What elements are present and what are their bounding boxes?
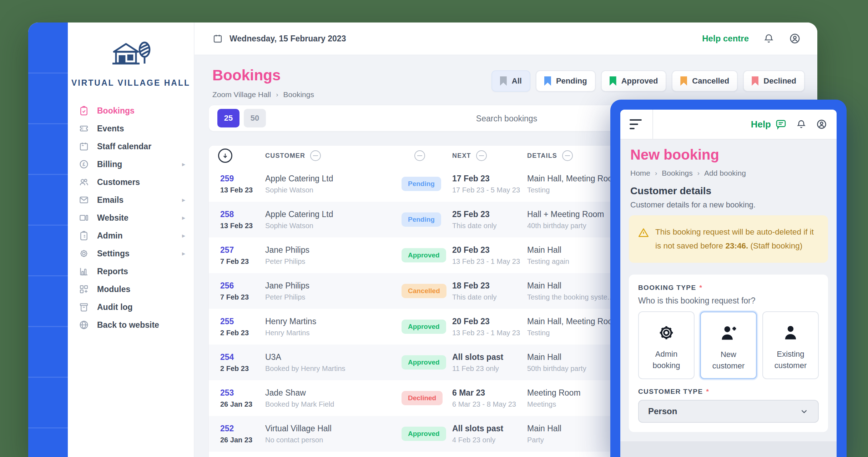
sidebar-item-audit-log[interactable]: Audit log	[68, 298, 194, 316]
booking-id[interactable]: 255	[220, 317, 263, 326]
collapse-column-icon[interactable]	[476, 150, 487, 161]
contact-name: Booked by Henry Martins	[265, 365, 408, 373]
sidebar-item-label: Staff calendar	[97, 142, 151, 151]
gear-icon	[79, 248, 89, 259]
filter-all-button[interactable]: All	[491, 70, 530, 92]
sidebar-item-admin[interactable]: Admin ▸	[68, 227, 194, 245]
booking-id[interactable]: 258	[220, 210, 263, 219]
menu-icon	[630, 128, 635, 129]
option-admin-booking[interactable]: Admin booking	[638, 311, 695, 379]
next-range: 17 Feb 23 - 5 May 23	[452, 186, 529, 194]
booking-id[interactable]: 259	[220, 174, 263, 184]
sidebar-item-events[interactable]: Events	[68, 120, 194, 137]
option-existing-customer[interactable]: Existing customer	[762, 311, 819, 379]
breadcrumb: Zoom Village Hall › Bookings	[212, 90, 314, 99]
booking-id[interactable]: 254	[220, 352, 263, 362]
section-heading: Customer details	[630, 185, 711, 197]
profile-icon[interactable]	[816, 119, 827, 130]
page-size-25-button[interactable]: 25	[217, 109, 239, 127]
person-plus-icon	[719, 324, 738, 342]
next-date: All slots past	[452, 424, 529, 433]
village-hall-logo-icon	[108, 40, 154, 72]
sidebar-item-label: Website	[97, 213, 128, 223]
filter-declined-button[interactable]: Declined	[743, 70, 805, 92]
chevron-right-icon: ▸	[182, 160, 185, 168]
help-link[interactable]: Help	[751, 119, 787, 130]
strip-gridline	[28, 225, 68, 226]
page-size-50-button[interactable]: 50	[244, 109, 266, 127]
mobile-breadcrumb: Home › Bookings › Add booking	[630, 169, 746, 177]
customer-name: U3A	[265, 352, 408, 362]
option-new-customer[interactable]: New customer	[700, 311, 757, 379]
sidebar-item-settings[interactable]: Settings ▸	[68, 245, 194, 262]
customer-type-select[interactable]: Person	[638, 400, 819, 423]
status-badge: Pending	[402, 212, 441, 227]
customer-name: Henry Martins	[265, 317, 408, 326]
bell-icon[interactable]	[796, 119, 807, 130]
bookmark-icon	[544, 76, 551, 86]
sidebar-item-billing[interactable]: £ Billing ▸	[68, 155, 194, 173]
chevron-right-icon: ›	[655, 169, 657, 177]
filter-approved-button[interactable]: Approved	[601, 70, 667, 92]
booking-created: 2 Feb 23	[220, 365, 263, 373]
sidebar-item-modules[interactable]: Modules	[68, 280, 194, 298]
clipboard-check-icon	[79, 105, 89, 116]
next-date: 20 Feb 23	[452, 245, 529, 255]
breadcrumb-bookings[interactable]: Bookings	[662, 169, 692, 177]
collapse-column-icon[interactable]	[310, 150, 321, 161]
sidebar-item-emails[interactable]: Emails ▸	[68, 191, 194, 209]
menu-button[interactable]	[620, 110, 653, 139]
collapse-column-icon[interactable]	[414, 150, 425, 161]
topbar: Wednesday, 15 February 2023 Help centre	[195, 22, 817, 55]
bell-icon[interactable]	[763, 33, 774, 44]
next-range: 4 Feb 23 only	[452, 436, 529, 444]
menu-icon	[630, 119, 642, 121]
logo: VIRTUAL VILLAGE HALL	[68, 40, 194, 88]
breadcrumb-home[interactable]: Home	[630, 169, 650, 177]
next-date: 18 Feb 23	[452, 281, 529, 291]
booking-id[interactable]: 257	[220, 245, 263, 255]
filter-label: Cancelled	[692, 76, 729, 86]
column-header-details: DETAILS	[527, 150, 573, 161]
sidebar-item-label: Modules	[97, 285, 130, 294]
customer-name: Jade Shaw	[265, 388, 408, 398]
sidebar-item-back-to-website[interactable]: Back to website	[68, 316, 194, 334]
sidebar-item-label: Settings	[97, 249, 130, 258]
sidebar-item-bookings[interactable]: Bookings	[68, 102, 194, 120]
sidebar-item-customers[interactable]: Customers	[68, 173, 194, 191]
sidebar-item-label: Bookings	[97, 106, 135, 116]
selected-value: Person	[648, 406, 677, 416]
contact-name: Peter Philips	[265, 257, 408, 266]
filter-cancelled-button[interactable]: Cancelled	[672, 70, 738, 92]
sidebar-item-staff-calendar[interactable]: Staff calendar	[68, 137, 194, 155]
next-range: This date only	[452, 293, 529, 301]
sidebar-item-reports[interactable]: Reports	[68, 262, 194, 280]
sidebar-item-label: Audit log	[97, 302, 133, 312]
sort-descending-icon[interactable]	[218, 149, 232, 163]
next-range: 13 Feb 23 - 1 May 23	[452, 257, 529, 266]
column-header-status	[414, 150, 425, 161]
sidebar-item-website[interactable]: Website ▸	[68, 209, 194, 227]
customer-name: Jane Philips	[265, 245, 408, 255]
booking-created: 2 Feb 23	[220, 329, 263, 337]
warning-text: This booking request will be auto-delete…	[655, 225, 820, 253]
next-range: 6 Mar 23 - 8 May 23	[452, 400, 529, 408]
booking-id[interactable]: 256	[220, 281, 263, 291]
warning-triangle-icon	[637, 227, 650, 239]
booking-id[interactable]: 253	[220, 388, 263, 398]
help-centre-link[interactable]: Help centre	[702, 34, 749, 44]
booking-created: 7 Feb 23	[220, 257, 263, 266]
filter-pending-button[interactable]: Pending	[536, 70, 596, 92]
collapse-column-icon[interactable]	[562, 150, 573, 161]
breadcrumb-root[interactable]: Zoom Village Hall	[212, 90, 271, 99]
booking-id[interactable]: 252	[220, 424, 263, 433]
profile-icon[interactable]	[789, 32, 801, 45]
required-asterisk: *	[706, 388, 709, 396]
sidebar-nav: Bookings Events Staff calendar £ Billing…	[68, 102, 194, 334]
booking-type-options: Admin booking New customer Existing cust…	[638, 311, 819, 379]
auto-delete-warning: This booking request will be auto-delete…	[629, 215, 828, 263]
sidebar-item-label: Reports	[97, 267, 128, 276]
pound-icon: £	[79, 159, 89, 170]
option-label: Admin booking	[645, 348, 688, 371]
calendar-icon	[79, 141, 89, 152]
